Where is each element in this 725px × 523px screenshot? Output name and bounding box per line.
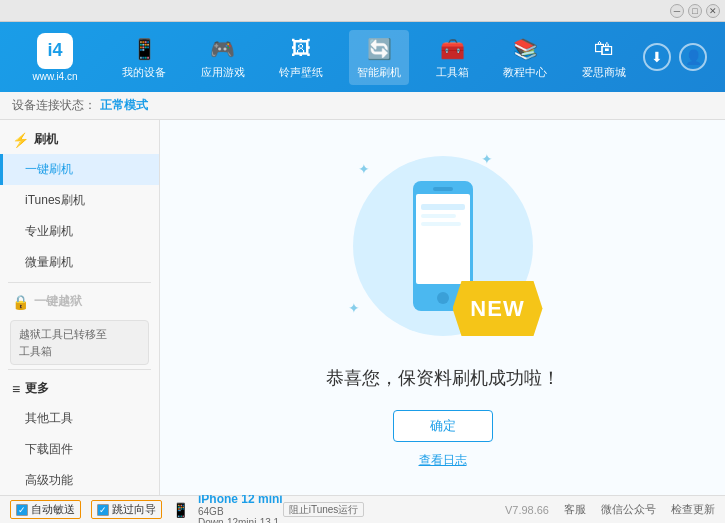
nav-item-my-device[interactable]: 📱 我的设备 [114, 30, 174, 85]
sidebar-item-advanced[interactable]: 高级功能 [0, 465, 159, 495]
status-label: 设备连接状态： [12, 97, 96, 114]
tutorial-label: 教程中心 [503, 65, 547, 80]
wechat-link[interactable]: 微信公众号 [601, 502, 656, 517]
sidebar-item-other-tools[interactable]: 其他工具 [0, 403, 159, 434]
svg-rect-4 [421, 204, 465, 210]
jailbreak-label: 一键越狱 [34, 293, 82, 310]
customer-service-link[interactable]: 客服 [564, 502, 586, 517]
store-icon: 🛍 [590, 35, 618, 63]
sidebar-item-itunes-flash[interactable]: iTunes刷机 [0, 185, 159, 216]
apps-icon: 🎮 [209, 35, 237, 63]
skip-wizard-checkbox[interactable]: ✓ 跳过向导 [91, 500, 162, 519]
other-tools-label: 其他工具 [25, 411, 73, 425]
wallpaper-icon: 🖼 [287, 35, 315, 63]
maximize-button[interactable]: □ [688, 4, 702, 18]
download-firmware-label: 下载固件 [25, 442, 73, 456]
more-section: ≡ 更多 其他工具 下载固件 高级功能 [0, 374, 159, 495]
more-icon: ≡ [12, 381, 20, 397]
confirm-button[interactable]: 确定 [393, 410, 493, 442]
nav-item-wallpaper[interactable]: 🖼 铃声壁纸 [271, 30, 331, 85]
pro-flash-label: 专业刷机 [25, 224, 73, 238]
sidebar-item-download-firmware[interactable]: 下载固件 [0, 434, 159, 465]
logo-url: www.i4.cn [32, 71, 77, 82]
toolbox-label: 工具箱 [436, 65, 469, 80]
smart-store-label: 智能刷机 [357, 65, 401, 80]
success-text: 恭喜您，保资料刷机成功啦！ [326, 366, 560, 390]
auto-submit-checkbox[interactable]: ✓ 自动敏送 [10, 500, 81, 519]
bottom-left: ✓ 自动敏送 ✓ 跳过向导 📱 iPhone 12 mini 64GB Down… [10, 492, 283, 524]
sidebar-item-one-click-flash[interactable]: 一键刷机 [0, 154, 159, 185]
sidebar-item-micro-flash[interactable]: 微量刷机 [0, 247, 159, 278]
one-click-flash-label: 一键刷机 [25, 162, 73, 176]
toolbox-icon: 🧰 [438, 35, 466, 63]
itunes-status[interactable]: 阻止iTunes运行 [283, 502, 365, 517]
header-right: ⬇ 👤 [643, 43, 715, 71]
jailbreak-notice-text: 越狱工具已转移至工具箱 [19, 328, 107, 357]
main-container: ⚡ 刷机 一键刷机 iTunes刷机 专业刷机 微量刷机 🔒 一键越狱 越狱工具… [0, 120, 725, 495]
sidebar: ⚡ 刷机 一键刷机 iTunes刷机 专业刷机 微量刷机 🔒 一键越狱 越狱工具… [0, 120, 160, 495]
store-label: 爱思商城 [582, 65, 626, 80]
apps-label: 应用游戏 [201, 65, 245, 80]
auto-submit-label: 自动敏送 [31, 502, 75, 517]
smart-store-icon: 🔄 [365, 35, 393, 63]
logo-text-inner: i4 [47, 40, 62, 61]
svg-rect-3 [433, 187, 453, 191]
advanced-label: 高级功能 [25, 473, 73, 487]
sidebar-divider-2 [8, 369, 151, 370]
user-button[interactable]: 👤 [679, 43, 707, 71]
sparkle-top-left: ✦ [358, 161, 370, 177]
sidebar-divider-1 [8, 282, 151, 283]
lock-icon: 🔒 [12, 294, 29, 310]
minimize-button[interactable]: ─ [670, 4, 684, 18]
flash-header-label: 刷机 [34, 131, 58, 148]
device-version: Down-12mini-13,1 [198, 517, 283, 524]
nav-item-smart-store[interactable]: 🔄 智能刷机 [349, 30, 409, 85]
logo-icon: i4 [37, 33, 73, 69]
sparkle-top-right: ✦ [481, 151, 493, 167]
nav-bar: 📱 我的设备 🎮 应用游戏 🖼 铃声壁纸 🔄 智能刷机 🧰 工具箱 📚 教程中心… [105, 30, 643, 85]
sidebar-item-pro-flash[interactable]: 专业刷机 [0, 216, 159, 247]
nav-item-store[interactable]: 🛍 爱思商城 [574, 30, 634, 85]
more-header-label: 更多 [25, 380, 49, 397]
phone-illustration: ✦ ✦ ✦ NEW [343, 146, 543, 346]
device-info: iPhone 12 mini 64GB Down-12mini-13,1 [198, 492, 283, 524]
nav-item-tutorial[interactable]: 📚 教程中心 [495, 30, 555, 85]
nav-item-toolbox[interactable]: 🧰 工具箱 [428, 30, 477, 85]
check-update-link[interactable]: 检查更新 [671, 502, 715, 517]
micro-flash-label: 微量刷机 [25, 255, 73, 269]
svg-point-2 [437, 292, 449, 304]
svg-rect-5 [421, 214, 456, 218]
skip-wizard-label: 跳过向导 [112, 502, 156, 517]
bottom-bar: ✓ 自动敏送 ✓ 跳过向导 📱 iPhone 12 mini 64GB Down… [0, 495, 725, 523]
new-badge-text: NEW [470, 296, 524, 322]
status-value: 正常模式 [100, 97, 148, 114]
svg-rect-6 [421, 222, 461, 226]
flash-section: ⚡ 刷机 一键刷机 iTunes刷机 专业刷机 微量刷机 🔒 一键越狱 越狱工具… [0, 125, 159, 365]
device-phone-icon: 📱 [172, 502, 189, 518]
jailbreak-notice: 越狱工具已转移至工具箱 [10, 320, 149, 365]
flash-header: ⚡ 刷机 [0, 125, 159, 154]
bottom-right: V7.98.66 客服 微信公众号 检查更新 [505, 502, 715, 517]
bottom-spacer: 阻止iTunes运行 [283, 502, 505, 517]
close-button[interactable]: ✕ [706, 4, 720, 18]
auto-submit-check-icon: ✓ [16, 504, 28, 516]
new-badge: NEW [453, 281, 543, 336]
jailbreak-header: 🔒 一键越狱 [0, 287, 159, 316]
content-area: ✦ ✦ ✦ NEW 恭喜您，保资料刷机成功啦！ 确定 查看日志 [160, 120, 725, 495]
more-header: ≡ 更多 [0, 374, 159, 403]
my-device-icon: 📱 [130, 35, 158, 63]
my-device-label: 我的设备 [122, 65, 166, 80]
skip-wizard-check-icon: ✓ [97, 504, 109, 516]
itunes-flash-label: iTunes刷机 [25, 193, 85, 207]
logo-area: i4 www.i4.cn [10, 33, 100, 82]
flash-header-icon: ⚡ [12, 132, 29, 148]
version-label: V7.98.66 [505, 504, 549, 516]
header: i4 www.i4.cn 📱 我的设备 🎮 应用游戏 🖼 铃声壁纸 🔄 智能刷机… [0, 22, 725, 92]
nav-item-apps[interactable]: 🎮 应用游戏 [193, 30, 253, 85]
device-area: 📱 iPhone 12 mini 64GB Down-12mini-13,1 [172, 492, 283, 524]
title-bar: ─ □ ✕ [0, 0, 725, 22]
tutorial-icon: 📚 [511, 35, 539, 63]
view-log-link[interactable]: 查看日志 [419, 452, 467, 469]
wallpaper-label: 铃声壁纸 [279, 65, 323, 80]
download-button[interactable]: ⬇ [643, 43, 671, 71]
